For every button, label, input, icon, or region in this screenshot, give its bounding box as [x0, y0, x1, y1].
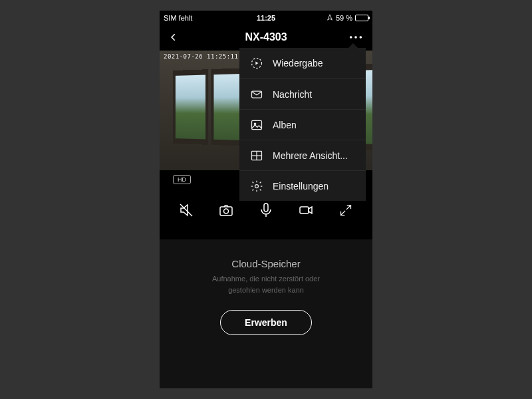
svg-point-5	[224, 209, 229, 213]
video-timestamp: 2021-07-26 11:25:11	[164, 53, 238, 60]
carrier-text: SIM fehlt	[164, 14, 192, 22]
back-button[interactable]	[169, 31, 178, 44]
snapshot-button[interactable]	[211, 196, 241, 225]
menu-label: Mehrere Ansicht...	[273, 150, 348, 161]
svg-rect-10	[252, 120, 262, 129]
cloud-title: Cloud-Speicher	[160, 258, 372, 269]
menu-item-playback[interactable]: Wiedergabe	[239, 48, 366, 78]
playback-icon	[250, 57, 263, 70]
svg-point-0	[350, 36, 352, 39]
cloud-subtitle: Aufnahme, die nicht zerstört oder gestoh…	[160, 273, 372, 295]
location-icon	[327, 14, 333, 22]
menu-item-albums[interactable]: Alben	[239, 109, 366, 140]
battery-icon	[355, 15, 368, 21]
gear-icon	[250, 180, 263, 193]
grid-icon	[250, 149, 263, 162]
page-title: NX-4303	[245, 31, 287, 43]
menu-label: Alben	[273, 120, 297, 130]
phone-screen: SIM fehlt 11:25 59 % NX-4303 2021-07-26 …	[160, 11, 372, 388]
more-button[interactable]	[348, 35, 363, 40]
menu-label: Wiedergabe	[273, 58, 323, 68]
svg-rect-6	[264, 203, 268, 211]
menu-label: Nachricht	[273, 89, 312, 100]
nav-bar: NX-4303	[160, 24, 372, 51]
image-icon	[250, 118, 263, 132]
svg-point-15	[255, 184, 259, 188]
mute-button[interactable]	[172, 196, 201, 225]
menu-label: Einstellungen	[273, 181, 329, 192]
menu-item-settings[interactable]: Einstellungen	[239, 170, 366, 201]
context-menu: Wiedergabe Nachricht Alben Mehrere Ansic…	[239, 48, 366, 201]
svg-point-2	[360, 36, 362, 39]
quality-badge[interactable]: HD	[173, 175, 191, 184]
menu-item-multiview[interactable]: Mehrere Ansicht...	[239, 140, 366, 170]
svg-rect-7	[300, 207, 309, 213]
svg-point-1	[354, 36, 357, 39]
purchase-button[interactable]: Erwerben	[220, 310, 312, 335]
battery-pct: 59 %	[336, 14, 352, 22]
svg-rect-4	[220, 207, 232, 215]
svg-rect-9	[252, 91, 262, 98]
mail-icon	[250, 88, 263, 101]
cloud-storage-panel: Cloud-Speicher Aufnahme, die nicht zerst…	[160, 239, 372, 388]
clock: 11:25	[257, 14, 275, 22]
status-bar: SIM fehlt 11:25 59 %	[160, 12, 372, 24]
menu-item-message[interactable]: Nachricht	[239, 78, 366, 109]
